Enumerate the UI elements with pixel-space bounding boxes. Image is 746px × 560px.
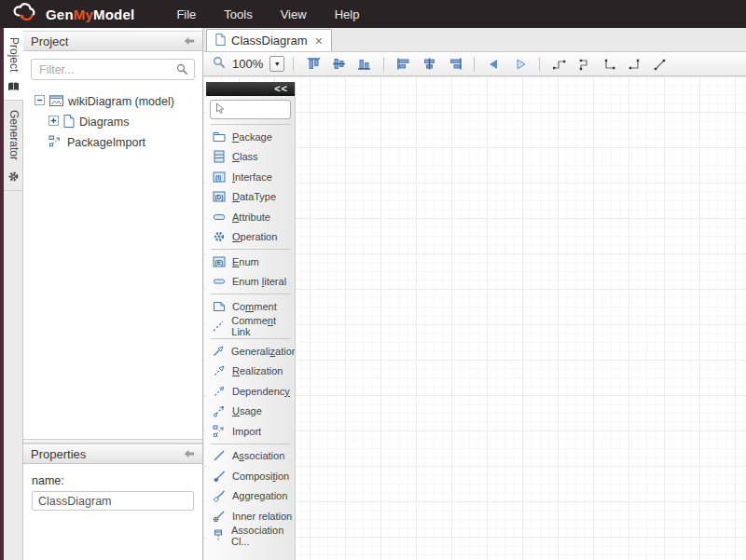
package-import-icon xyxy=(48,135,62,150)
palette-divider xyxy=(211,444,290,444)
tree-item-packageimport[interactable]: PackageImport xyxy=(23,132,202,153)
palette-item-enum-literal[interactable]: Enum literal xyxy=(206,272,295,293)
menu-view[interactable]: View xyxy=(267,2,321,27)
model-icon xyxy=(49,95,63,109)
align-bottom-button[interactable] xyxy=(352,54,375,74)
align-middle-button[interactable] xyxy=(327,54,350,74)
sidebar-tab-generator[interactable]: Generator xyxy=(4,101,23,191)
collapse-expander-icon[interactable] xyxy=(35,95,45,108)
aggregation-icon xyxy=(212,489,226,502)
tab-title: ClassDiagram xyxy=(231,34,308,48)
svg-text:(E): (E) xyxy=(214,258,223,266)
side-tab-strip: Project Generator xyxy=(4,28,23,560)
filter-input[interactable] xyxy=(31,59,195,80)
palette-item-association-class[interactable]: Association Cl... xyxy=(206,526,295,547)
toolbar-separator xyxy=(293,57,294,72)
menu-file[interactable]: File xyxy=(162,2,210,27)
brand-text: GenMyModel xyxy=(46,7,134,22)
pin-panel-icon[interactable] xyxy=(184,34,195,48)
palette-item-comment-link[interactable]: Comment Link xyxy=(206,317,295,337)
palette-item-package[interactable]: Package xyxy=(206,127,295,147)
comment-icon xyxy=(212,300,226,313)
tree-item-model[interactable]: wikiDiagram (model) xyxy=(23,91,202,112)
palette-item-association[interactable]: Association xyxy=(206,446,295,467)
name-field-label: name: xyxy=(32,474,194,487)
composition-icon xyxy=(212,470,226,483)
svg-text:(I): (I) xyxy=(215,173,221,181)
palette-item-import[interactable]: Import xyxy=(206,421,295,442)
comment-link-icon xyxy=(212,320,225,333)
generalization-icon xyxy=(212,345,225,358)
filter-box xyxy=(31,59,195,80)
palette-item-label: Comment Link xyxy=(231,315,295,337)
attribute-icon xyxy=(212,211,226,224)
pin-panel-icon[interactable] xyxy=(184,447,195,461)
palette-item-label: Enum xyxy=(232,256,259,267)
name-field-input[interactable] xyxy=(32,491,194,511)
palette-item-label: Association Cl... xyxy=(231,525,295,547)
selection-tool-button[interactable] xyxy=(210,100,291,119)
palette-item-label: Association xyxy=(232,450,284,461)
palette-item-usage[interactable]: Usage xyxy=(206,402,295,422)
tree-item-label: wikiDiagram (model) xyxy=(68,95,174,108)
align-right-button[interactable] xyxy=(443,54,465,74)
side-tab-project-label: Project xyxy=(7,37,21,72)
align-center-button[interactable] xyxy=(418,54,440,74)
palette-item-inner-relation[interactable]: Inner relation xyxy=(206,506,295,526)
class-icon xyxy=(212,150,226,163)
palette-item-interface[interactable]: (I) Interface xyxy=(206,167,295,187)
route-corner-right-button[interactable] xyxy=(624,54,646,74)
palette-item-composition[interactable]: Composition xyxy=(206,466,295,486)
palette-item-dependency[interactable]: Dependency xyxy=(206,381,295,402)
enum-literal-icon xyxy=(212,275,226,288)
palette-item-comment[interactable]: Comment xyxy=(206,296,295,317)
menu-tools[interactable]: Tools xyxy=(210,2,266,27)
tree-item-label: Diagrams xyxy=(79,116,130,129)
palette-item-datatype[interactable]: (D) DataType xyxy=(206,187,295,208)
search-icon xyxy=(176,63,188,78)
tree-item-diagrams[interactable]: Diagrams xyxy=(23,112,202,132)
palette-item-operation[interactable]: Operation xyxy=(206,227,295,248)
sidebar-tab-project[interactable]: Project xyxy=(4,28,23,101)
align-left-button[interactable] xyxy=(393,54,415,74)
palette-item-label: Aggregation xyxy=(232,490,287,501)
inner-relation-icon xyxy=(212,510,226,523)
project-panel-title: Project xyxy=(31,34,68,48)
palette-item-class[interactable]: Class xyxy=(206,147,295,168)
palette-item-label: Realization xyxy=(232,365,283,376)
usage-icon xyxy=(212,404,226,417)
expand-expander-icon[interactable] xyxy=(48,116,59,129)
zoom-dropdown-button[interactable]: ▼ xyxy=(269,56,284,72)
palette-item-label: Usage xyxy=(232,405,262,417)
tab-classdiagram[interactable]: ClassDiagram × xyxy=(206,29,332,51)
properties-bottom-space xyxy=(23,521,202,560)
diagram-canvas[interactable]: << Package xyxy=(203,76,746,560)
cloud-logo-icon xyxy=(11,3,39,25)
palette-item-label: Attribute xyxy=(232,212,270,223)
route-corner-left-button[interactable] xyxy=(599,54,621,74)
triangle-right-button[interactable] xyxy=(508,54,531,74)
menubar: File Tools View Help xyxy=(162,2,373,27)
toolbar-separator xyxy=(539,57,540,72)
package-icon xyxy=(212,130,226,143)
palette-item-aggregation[interactable]: Aggregation xyxy=(206,486,295,507)
palette-item-generalization[interactable]: Generalization xyxy=(206,341,295,362)
project-panel-header: Project xyxy=(23,31,202,51)
palette-item-attribute[interactable]: Attribute xyxy=(206,207,295,227)
toolbar-separator xyxy=(474,57,475,72)
palette-item-enum[interactable]: (E) Enum xyxy=(206,252,295,272)
route-oblique-button[interactable] xyxy=(649,54,671,74)
triangle-left-button[interactable] xyxy=(483,54,505,74)
route-step-button[interactable] xyxy=(548,54,571,74)
route-zigzag-button[interactable] xyxy=(573,54,596,74)
genmymodel-logo[interactable]: GenMyModel xyxy=(11,3,134,25)
palette-item-label: Enum literal xyxy=(232,276,286,287)
palette-collapse-button[interactable]: << xyxy=(206,82,295,96)
menu-help[interactable]: Help xyxy=(321,2,374,27)
palette-item-realization[interactable]: Realization xyxy=(206,362,295,382)
realization-icon xyxy=(212,364,226,377)
align-top-button[interactable] xyxy=(302,54,325,74)
enum-icon: (E) xyxy=(212,255,226,268)
tab-close-icon[interactable]: × xyxy=(315,34,323,48)
cursor-arrow-icon xyxy=(214,102,226,117)
